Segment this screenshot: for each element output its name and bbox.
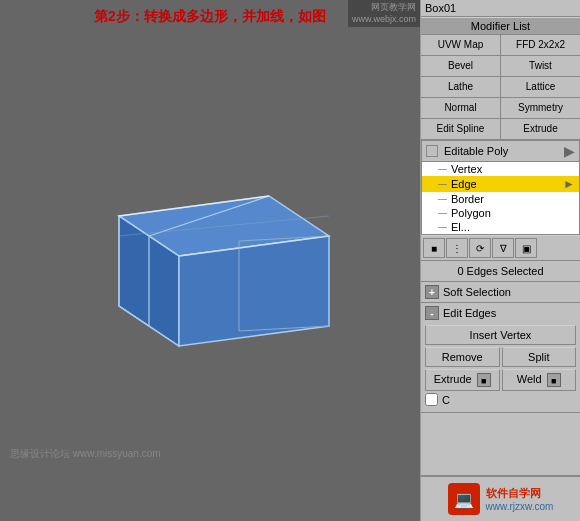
move-icon[interactable]: ⋮ [446,238,468,258]
edit-edges-content: Insert Vertex Remove Split Extrude ■ Wel… [421,323,580,412]
tree-item-vertex[interactable]: — Vertex [422,162,579,176]
3d-box [39,161,339,361]
edit-edges-section: - Edit Edges Insert Vertex Remove Split … [421,303,580,413]
checkbox-bridge-row: C [425,393,576,408]
bottom-logo-area: 💻 软件自学网 www.rjzxw.com [421,475,580,521]
modifier-list-header: Modifier List [421,17,580,35]
weld-settings-icon[interactable]: ■ [547,373,561,387]
tree-item-border[interactable]: — Border [422,192,579,206]
edit-spline-btn[interactable]: Edit Spline [421,119,500,139]
edit-edges-header[interactable]: - Edit Edges [421,303,580,323]
remove-split-row: Remove Split [425,347,576,367]
soft-selection-header[interactable]: + Soft Selection [421,282,580,302]
logo-text-url: www.rjzxw.com [486,501,554,512]
step-text: 第2步：转换成多边形，并加线，如图 [0,8,420,26]
viewport-watermark: 思缘设计论坛 www.missyuan.com [10,447,161,461]
poly-tree-checkbox[interactable] [426,145,438,157]
logo-icon: 💻 [448,483,480,515]
bevel-btn[interactable]: Bevel [421,56,500,76]
connect-checkbox[interactable] [425,393,438,406]
lattice-btn[interactable]: Lattice [501,77,580,97]
rotate-icon[interactable]: ⟳ [469,238,491,258]
extrude-btn[interactable]: Extrude [501,119,580,139]
soft-selection-label: Soft Selection [443,286,511,298]
right-panel: Box01 Modifier List UVW Map FFD 2x2x2 Be… [420,0,580,521]
checkbox-row: C [425,393,450,406]
ffd-btn[interactable]: FFD 2x2x2 [501,35,580,55]
viewport-3d[interactable]: 网页教学网 www.webjx.com 第2步：转换成多边形，并加线，如图 [0,0,420,521]
tree-item-element[interactable]: — El... [422,220,579,234]
lathe-btn[interactable]: Lathe [421,77,500,97]
edge-arrow-icon: ► [563,177,575,191]
split-btn[interactable]: Split [502,347,577,367]
tree-item-edge[interactable]: — Edge ► [422,176,579,192]
edit-edges-label: Edit Edges [443,307,496,319]
poly-tree-header[interactable]: Editable Poly ▶ [422,141,579,162]
symmetry-btn[interactable]: Symmetry [501,98,580,118]
extrude-settings-icon[interactable]: ■ [477,373,491,387]
logo-text-block: 软件自学网 www.rjzxw.com [486,486,554,512]
tree-item-polygon[interactable]: — Polygon [422,206,579,220]
weld-btn[interactable]: Weld ■ [502,369,577,391]
modifier-grid: UVW Map FFD 2x2x2 Bevel Twist Lathe Latt… [421,35,580,140]
scale-icon[interactable]: ∇ [492,238,514,258]
extrude-action-btn[interactable]: Extrude ■ [425,369,500,391]
uvw-map-btn[interactable]: UVW Map [421,35,500,55]
poly-tree-icon: ▶ [564,143,575,159]
insert-vertex-btn[interactable]: Insert Vertex [425,325,576,345]
edit-edges-toggle[interactable]: - [425,306,439,320]
soft-selection-toggle[interactable]: + [425,285,439,299]
icon-toolbar: ■ ⋮ ⟳ ∇ ▣ [421,235,580,261]
connect-label: C [442,394,450,406]
select-icon[interactable]: ■ [423,238,445,258]
poly-tree-title: Editable Poly [444,145,508,157]
remove-btn[interactable]: Remove [425,347,500,367]
object-name[interactable]: Box01 [421,0,580,17]
selection-info: 0 Edges Selected [421,261,580,282]
settings-icon[interactable]: ▣ [515,238,537,258]
extrude-weld-row: Extrude ■ Weld ■ [425,369,576,391]
soft-selection-section: + Soft Selection [421,282,580,303]
normal-btn[interactable]: Normal [421,98,500,118]
logo-text-main: 软件自学网 [486,486,554,501]
twist-btn[interactable]: Twist [501,56,580,76]
poly-tree: Editable Poly ▶ — Vertex — Edge ► — Bord… [421,140,580,235]
